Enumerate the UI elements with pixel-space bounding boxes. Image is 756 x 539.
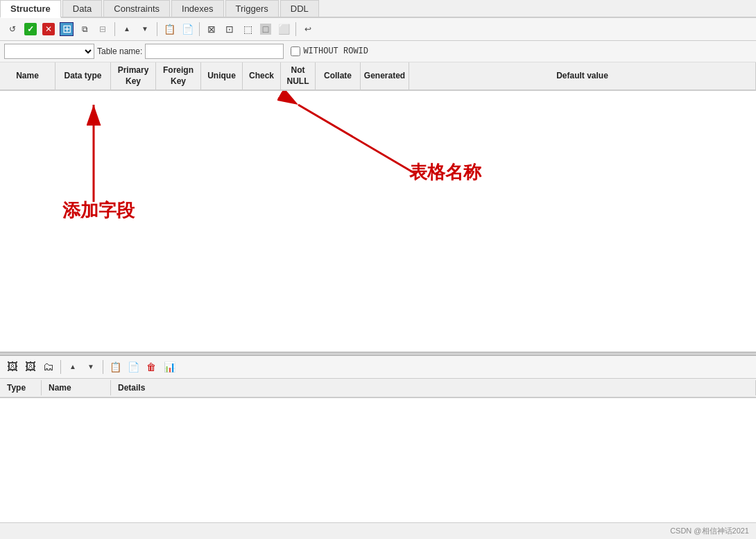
paste2-icon: 📄 <box>181 23 194 35</box>
sep3 <box>199 22 200 36</box>
add-field-btn[interactable]: ⊞ <box>58 21 75 37</box>
cut-icon: ⊠ <box>205 23 218 35</box>
lower-misc3-icon: 🗑 <box>145 361 157 373</box>
lower-panel: 🖼 🖼 🗂 ▲ ▼ 📋 📄 🗑 <box>0 356 756 522</box>
col-header-check: Check <box>243 62 281 89</box>
lower-toolbar: 🖼 🖼 🗂 ▲ ▼ 📋 📄 🗑 <box>0 356 756 379</box>
misc1-icon: ⬚ <box>241 23 254 35</box>
confirm-icon: ✓ <box>24 23 37 35</box>
without-rowid-label: WITHOUT ROWID <box>303 46 368 56</box>
lower-col-header-type: Type <box>0 380 42 395</box>
without-rowid-wrap: WITHOUT ROWID <box>291 46 368 56</box>
footer: CSDN @相信神话2021 <box>0 522 756 539</box>
annotation-layer: 添加字段 表格名称 <box>0 91 756 352</box>
sep4 <box>295 22 296 36</box>
col-headers: Name Data type PrimaryKey ForeignKey Uni… <box>0 62 756 91</box>
refresh-icon: ↺ <box>6 23 19 35</box>
delete-field-btn[interactable]: ⊟ <box>94 21 111 37</box>
sep1 <box>114 22 115 36</box>
lower-misc2-icon: 📄 <box>127 361 139 373</box>
move-down-icon: ▼ <box>139 23 151 35</box>
lower-del-index-icon: 🖼 <box>24 361 37 373</box>
table-name-label: Table name: <box>97 46 142 56</box>
col-header-foreignkey: ForeignKey <box>156 62 201 89</box>
misc1-btn[interactable]: ⬚ <box>239 21 256 37</box>
schema-select[interactable] <box>4 44 94 59</box>
upper-data-area: 添加字段 表格名称 <box>0 91 756 352</box>
lower-col-header-details: Details <box>111 380 756 395</box>
col-header-primarykey: PrimaryKey <box>111 62 156 89</box>
arrow-table-name <box>277 91 624 230</box>
add-field-icon: ⊞ <box>60 22 74 36</box>
lower-add-index-btn[interactable]: 🖼 <box>4 359 21 375</box>
col-header-unique: Unique <box>201 62 243 89</box>
misc3-btn[interactable]: ⬜ <box>275 21 292 37</box>
lower-col-headers: Type Name Details <box>0 379 756 398</box>
refresh-btn[interactable]: ↺ <box>4 21 21 37</box>
lower-add-index-icon: 🖼 <box>6 361 19 373</box>
table-name-row: Table name: WITHOUT ROWID <box>0 41 756 62</box>
cut-split-btn[interactable]: ⊠ <box>203 21 220 37</box>
lower-sep1 <box>60 360 61 374</box>
delete-field-icon: ⊟ <box>96 23 109 35</box>
lower-sep2 <box>103 360 103 374</box>
lower-down-icon: ▼ <box>85 361 97 373</box>
confirm-btn[interactable]: ✓ <box>22 21 39 37</box>
paste-btn[interactable]: 📋 <box>161 21 178 37</box>
move-up-icon: ▲ <box>121 23 133 35</box>
upper-panel: Name Data type PrimaryKey ForeignKey Uni… <box>0 62 756 352</box>
merge-btn[interactable]: ⊡ <box>221 21 238 37</box>
col-header-name: Name <box>0 62 55 89</box>
annotation-table-name: 表格名称 <box>409 160 481 185</box>
col-header-defaultvalue: Default value <box>409 62 756 89</box>
lower-misc3-btn[interactable]: 🗑 <box>143 359 160 375</box>
sep2 <box>157 22 157 36</box>
lower-col-select-btn[interactable]: 🗂 <box>40 359 57 375</box>
footer-credit: CSDN @相信神话2021 <box>670 526 749 536</box>
lower-down-btn[interactable]: ▼ <box>83 359 99 375</box>
lower-data-area <box>0 398 756 522</box>
col-header-notnull: NotNULL <box>281 62 316 89</box>
lower-misc4-icon: 📊 <box>163 361 175 373</box>
toolbar: ↺ ✓ ✕ ⊞ ⧉ ⊟ ▲ ▼ 📋 📄 ⊠ <box>0 18 756 41</box>
paste-icon: 📋 <box>163 23 175 35</box>
lower-col-select-icon: 🗂 <box>42 361 55 373</box>
col-header-generated: Generated <box>361 62 409 89</box>
tab-data[interactable]: Data <box>62 0 102 17</box>
table-name-input[interactable] <box>145 44 284 59</box>
misc2-btn[interactable]: □ <box>257 21 274 37</box>
misc3-icon: ⬜ <box>277 23 290 35</box>
tab-constraints[interactable]: Constraints <box>103 0 170 17</box>
svg-line-3 <box>298 105 416 174</box>
tab-structure[interactable]: Structure <box>0 0 61 18</box>
lower-misc1-icon: 📋 <box>109 361 121 373</box>
move-down-btn[interactable]: ▼ <box>137 21 153 37</box>
lower-del-index-btn[interactable]: 🖼 <box>22 359 39 375</box>
undo-icon: ↩ <box>302 23 314 35</box>
arrow-add-field <box>42 91 180 230</box>
undo-btn[interactable]: ↩ <box>300 21 316 37</box>
misc2-icon: □ <box>260 24 271 35</box>
lower-col-header-name: Name <box>42 380 111 395</box>
merge-icon: ⊡ <box>223 23 236 35</box>
lower-up-btn[interactable]: ▲ <box>65 359 81 375</box>
annotation-add-field: 添加字段 <box>62 198 135 223</box>
col-header-collate: Collate <box>316 62 361 89</box>
col-header-datatype: Data type <box>55 62 111 89</box>
cancel-icon: ✕ <box>42 23 55 35</box>
copy-field-btn[interactable]: ⧉ <box>76 21 93 37</box>
lower-up-icon: ▲ <box>67 361 79 373</box>
lower-misc1-btn[interactable]: 📋 <box>107 359 123 375</box>
copy-field-icon: ⧉ <box>78 23 91 35</box>
tab-bar: Structure Data Constraints Indexes Trigg… <box>0 0 756 18</box>
tab-indexes[interactable]: Indexes <box>171 0 224 17</box>
lower-misc4-btn[interactable]: 📊 <box>161 359 178 375</box>
move-up-btn[interactable]: ▲ <box>119 21 135 37</box>
tab-ddl[interactable]: DDL <box>280 0 319 17</box>
main-container: Structure Data Constraints Indexes Trigg… <box>0 0 756 539</box>
lower-misc2-btn[interactable]: 📄 <box>125 359 141 375</box>
cancel-btn[interactable]: ✕ <box>40 21 57 37</box>
paste2-btn[interactable]: 📄 <box>179 21 196 37</box>
without-rowid-checkbox[interactable] <box>291 46 300 56</box>
tab-triggers[interactable]: Triggers <box>225 0 279 17</box>
